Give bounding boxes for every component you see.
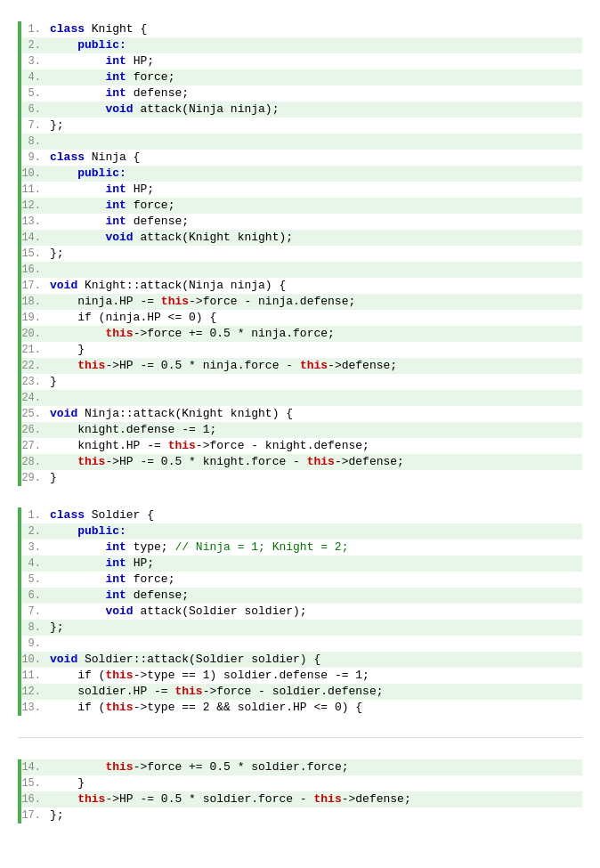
line-content: class Ninja { [46,150,582,166]
line-number: 7. [21,118,46,134]
line-number: 18. [21,294,46,310]
line-number: 16. [21,262,46,278]
line-content: int force; [46,572,582,588]
line-number: 4. [21,556,46,572]
line-number: 9. [21,150,46,166]
line-number: 20. [21,326,46,342]
tony-code-block: 1.class Knight {2. public:3. int HP;4. i… [18,21,582,486]
line-number: 7. [21,604,46,620]
page-bottom: 14. this->force += 0.5 * soldier.force;1… [18,759,582,823]
code-line: 13. int defense; [21,214,582,230]
line-content: int defense; [46,214,582,230]
code-line: 16. this->HP -= 0.5 * soldier.force - th… [21,791,582,807]
line-content: this->HP -= 0.5 * soldier.force - this->… [46,791,582,807]
line-number: 8. [21,620,46,636]
line-content: void Ninja::attack(Knight knight) { [46,406,582,422]
page: 1.class Knight {2. public:3. int HP;4. i… [0,0,600,868]
line-number: 2. [21,37,46,53]
line-number: 13. [21,214,46,230]
line-content: soldier.HP -= this->force - soldier.defe… [46,684,582,700]
code-line: 14. this->force += 0.5 * soldier.force; [21,759,582,775]
line-number: 19. [21,310,46,326]
line-content: int force; [46,69,582,85]
code-line: 5. int force; [21,572,582,588]
line-number: 14. [21,759,46,775]
line-number: 6. [21,588,46,604]
line-content: int HP; [46,182,582,198]
line-number: 3. [21,539,46,556]
page-divider [18,737,582,738]
code-line: 13. if (this->type == 2 && soldier.HP <=… [21,700,582,716]
code-line: 8.}; [21,620,582,636]
code-line: 12. soldier.HP -= this->force - soldier.… [21,684,582,700]
line-number: 21. [21,342,46,358]
line-number: 27. [21,438,46,454]
line-content: class Knight { [46,21,582,37]
line-content: }; [46,246,582,262]
line-content: } [46,775,582,791]
code-line: 11. int HP; [21,182,582,198]
line-content: }; [46,807,582,823]
line-content: this->HP -= 0.5 * ninja.force - this->de… [46,358,582,374]
line-number: 16. [21,791,46,807]
line-number: 5. [21,85,46,101]
line-number: 13. [21,700,46,716]
line-content: int force; [46,198,582,214]
code-line: 4. int force; [21,69,582,85]
code-line: 25.void Ninja::attack(Knight knight) { [21,406,582,422]
line-content: int HP; [46,53,582,69]
line-number: 26. [21,422,46,438]
code-line: 4. int HP; [21,556,582,572]
code-line: 3. int HP; [21,53,582,69]
line-content: int HP; [46,556,582,572]
line-content: } [46,374,582,390]
line-content: } [46,470,582,486]
code-line: 10. public: [21,166,582,182]
line-content: class Soldier { [46,507,582,523]
line-content: this->force += 0.5 * soldier.force; [46,759,582,775]
line-content: knight.defense -= 1; [46,422,582,438]
line-number: 14. [21,230,46,246]
line-number: 10. [21,166,46,182]
code-line: 3. int type; // Ninja = 1; Knight = 2; [21,539,582,556]
code-line: 2. public: [21,523,582,539]
line-content: void attack(Ninja ninja); [46,101,582,118]
line-number: 12. [21,684,46,700]
line-number: 11. [21,668,46,684]
line-content: void attack(Knight knight); [46,230,582,246]
line-number: 17. [21,278,46,294]
line-number: 1. [21,21,46,37]
code-line: 17.}; [21,807,582,823]
line-number: 5. [21,572,46,588]
line-content: public: [46,37,582,53]
line-number: 4. [21,69,46,85]
mary-code-block: 1.class Soldier {2. public:3. int type; … [18,507,582,716]
line-number: 6. [21,101,46,118]
line-content: knight.HP -= this->force - knight.defens… [46,438,582,454]
code-line: 16. [21,262,582,278]
code-line: 6. void attack(Ninja ninja); [21,101,582,118]
line-number: 25. [21,406,46,422]
line-number: 23. [21,374,46,390]
code-line: 15. } [21,775,582,791]
code-line: 12. int force; [21,198,582,214]
code-line: 17.void Knight::attack(Ninja ninja) { [21,278,582,294]
code-line: 27. knight.HP -= this->force - knight.de… [21,438,582,454]
line-number: 9. [21,636,46,652]
code-line: 5. int defense; [21,85,582,101]
line-content: void Knight::attack(Ninja ninja) { [46,278,582,294]
line-content: int type; // Ninja = 1; Knight = 2; [46,539,582,556]
line-number: 22. [21,358,46,374]
line-content: public: [46,523,582,539]
line-content [46,134,582,150]
code-line: 24. [21,390,582,406]
line-number: 3. [21,53,46,69]
code-line: 26. knight.defense -= 1; [21,422,582,438]
line-number: 15. [21,246,46,262]
code-line: 2. public: [21,37,582,53]
line-content [46,390,582,406]
line-number: 15. [21,775,46,791]
line-number: 10. [21,652,46,668]
code-line: 7.}; [21,118,582,134]
line-number: 8. [21,134,46,150]
